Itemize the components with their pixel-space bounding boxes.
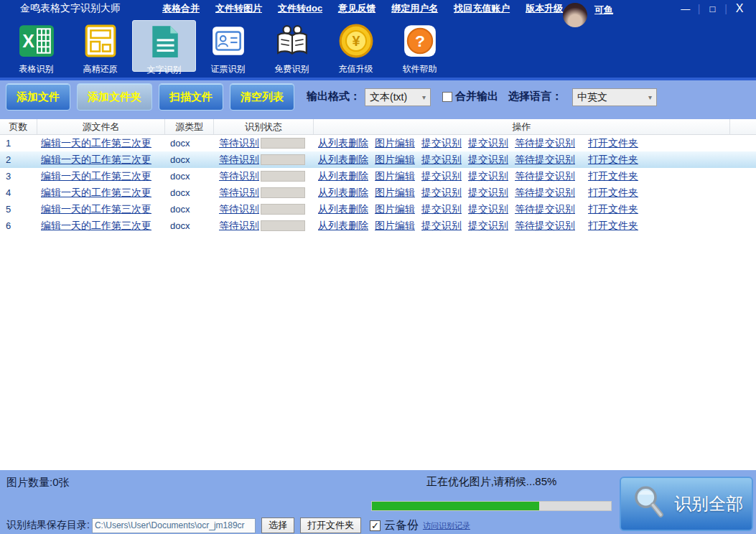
tab-free-recognition[interactable]: 免费识别 <box>260 20 324 72</box>
menu-file-to-image[interactable]: 文件转图片 <box>215 2 262 15</box>
row-file-type: docx <box>165 171 214 182</box>
op-edit-image-link[interactable]: 图片编辑 <box>375 203 415 216</box>
minimize-button[interactable]: — <box>673 4 698 14</box>
op-open-folder-link[interactable]: 打开文件夹 <box>588 154 638 167</box>
tab-software-help[interactable]: ? 软件帮助 <box>388 20 452 72</box>
op-remove-from-list-link[interactable]: 从列表删除 <box>318 154 368 167</box>
header-file-type: 源类型 <box>165 119 214 134</box>
cloud-backup-checkbox[interactable] <box>370 520 381 531</box>
op-remove-from-list-link[interactable]: 从列表删除 <box>318 187 368 200</box>
op-edit-image-link[interactable]: 图片编辑 <box>375 137 415 150</box>
row-status-link[interactable]: 等待识别 <box>219 203 259 216</box>
row-filename-link[interactable]: 编辑一天的工作第三次更 <box>41 203 151 215</box>
op-wait-submit-recognition-link[interactable]: 等待提交识别 <box>515 154 575 167</box>
chevron-down-icon: ▾ <box>643 93 652 101</box>
menu-version-upgrade[interactable]: 版本升级 <box>526 2 563 15</box>
output-format-select[interactable]: 文本(txt) ▾ <box>365 88 431 106</box>
recognize-all-button[interactable]: 识别全部 <box>620 477 753 531</box>
close-button[interactable]: X <box>727 2 752 15</box>
table-row[interactable]: 1 编辑一天的工作第三次更 docx 等待识别 从列表删除 图片编辑 提交识别 … <box>0 135 756 151</box>
op-submit-recognition-link[interactable]: 提交识别 <box>468 137 508 150</box>
op-submit-recognition-link[interactable]: 提交识别 <box>468 170 508 183</box>
merge-output-label: 合并输出 <box>455 90 498 103</box>
progress-bar-fill <box>372 502 539 510</box>
op-submit-recognition-link[interactable]: 提交识别 <box>468 187 508 200</box>
tab-recharge-upgrade[interactable]: ¥ 充值升级 <box>324 20 388 72</box>
op-remove-from-list-link[interactable]: 从列表删除 <box>318 137 368 150</box>
op-submit-recognition-link[interactable]: 提交识别 <box>421 203 462 216</box>
op-wait-submit-recognition-link[interactable]: 等待提交识别 <box>515 220 575 233</box>
row-filename-link[interactable]: 编辑一天的工作第三次更 <box>41 137 151 149</box>
recognition-history-link[interactable]: 访问识别记录 <box>423 520 470 531</box>
clear-list-button[interactable]: 清空列表 <box>230 83 294 111</box>
user-avatar[interactable] <box>563 3 587 27</box>
menu-bind-username[interactable]: 绑定用户名 <box>391 2 438 15</box>
op-open-folder-link[interactable]: 打开文件夹 <box>588 170 638 183</box>
op-submit-recognition-link[interactable]: 提交识别 <box>421 220 462 233</box>
menu-recover-account[interactable]: 找回充值账户 <box>454 2 510 15</box>
save-dir-input[interactable]: C:\Users\User\Documents\ocr_jm189cr <box>92 518 256 533</box>
op-wait-submit-recognition-link[interactable]: 等待提交识别 <box>515 137 575 150</box>
language-value: 中英文 <box>577 91 607 104</box>
add-file-button[interactable]: 添加文件 <box>6 83 70 111</box>
op-submit-recognition-link[interactable]: 提交识别 <box>468 220 508 233</box>
menu-feedback[interactable]: 意见反馈 <box>338 2 375 15</box>
maximize-button[interactable]: □ <box>700 4 724 14</box>
table-row[interactable]: 4 编辑一天的工作第三次更 docx 等待识别 从列表删除 图片编辑 提交识别 … <box>0 184 756 201</box>
row-status-link[interactable]: 等待识别 <box>219 154 259 167</box>
table-row[interactable]: 3 编辑一天的工作第三次更 docx 等待识别 从列表删除 图片编辑 提交识别 … <box>0 168 756 184</box>
tool-label: 证票识别 <box>211 63 246 75</box>
row-page-number: 3 <box>0 171 37 182</box>
row-status-link[interactable]: 等待识别 <box>219 170 259 183</box>
tool-label: 免费识别 <box>275 63 309 75</box>
tool-label: 充值升级 <box>339 63 373 75</box>
op-wait-submit-recognition-link[interactable]: 等待提交识别 <box>515 203 575 216</box>
tab-certificate-recognition[interactable]: 证票识别 <box>196 20 260 72</box>
tab-text-recognition[interactable]: 文字识别 <box>132 20 196 72</box>
row-filename-link[interactable]: 编辑一天的工作第三次更 <box>41 154 151 165</box>
choose-dir-button[interactable]: 选择 <box>261 517 294 533</box>
op-open-folder-link[interactable]: 打开文件夹 <box>588 220 638 233</box>
menu-file-to-doc[interactable]: 文件转doc <box>278 2 322 15</box>
op-open-folder-link[interactable]: 打开文件夹 <box>588 187 638 200</box>
op-edit-image-link[interactable]: 图片编辑 <box>375 220 415 233</box>
op-submit-recognition-link[interactable]: 提交识别 <box>421 170 462 183</box>
username-link[interactable]: 可鱼 <box>594 4 613 17</box>
tab-table-recognition[interactable]: X 表格识别 <box>4 20 68 72</box>
op-edit-image-link[interactable]: 图片编辑 <box>375 154 415 167</box>
op-open-folder-link[interactable]: 打开文件夹 <box>588 203 638 216</box>
row-filename-link[interactable]: 编辑一天的工作第三次更 <box>41 170 151 182</box>
row-filename-link[interactable]: 编辑一天的工作第三次更 <box>41 187 151 198</box>
op-remove-from-list-link[interactable]: 从列表删除 <box>318 170 368 183</box>
svg-text:X: X <box>22 31 34 51</box>
progress-bar <box>371 501 612 511</box>
magnifier-icon <box>630 483 668 525</box>
op-remove-from-list-link[interactable]: 从列表删除 <box>318 203 368 216</box>
tab-high-precision-restore[interactable]: 高精还原 <box>68 20 132 72</box>
op-wait-submit-recognition-link[interactable]: 等待提交识别 <box>515 187 575 200</box>
op-edit-image-link[interactable]: 图片编辑 <box>375 170 415 183</box>
add-folder-button[interactable]: 添加文件夹 <box>77 83 152 111</box>
menu-merge-tables[interactable]: 表格合并 <box>162 2 200 15</box>
open-folder-button[interactable]: 打开文件夹 <box>300 517 361 533</box>
op-open-folder-link[interactable]: 打开文件夹 <box>588 137 638 150</box>
op-submit-recognition-link[interactable]: 提交识别 <box>421 187 462 200</box>
op-submit-recognition-link[interactable]: 提交识别 <box>421 137 462 150</box>
op-wait-submit-recognition-link[interactable]: 等待提交识别 <box>515 170 575 183</box>
table-row[interactable]: 2 编辑一天的工作第三次更 docx 等待识别 从列表删除 图片编辑 提交识别 … <box>0 151 756 168</box>
language-select[interactable]: 中英文 ▾ <box>572 88 657 106</box>
op-submit-recognition-link[interactable]: 提交识别 <box>468 154 508 167</box>
row-status-link[interactable]: 等待识别 <box>219 220 259 233</box>
table-row[interactable]: 6 编辑一天的工作第三次更 docx 等待识别 从列表删除 图片编辑 提交识别 … <box>0 217 756 234</box>
op-remove-from-list-link[interactable]: 从列表删除 <box>318 220 368 233</box>
row-filename-link[interactable]: 编辑一天的工作第三次更 <box>41 220 151 231</box>
row-status-link[interactable]: 等待识别 <box>219 137 259 150</box>
bottom-statusbar: 图片数量:0张 正在优化图片,请稍候...85% 识别结果保存目录: C:\Us… <box>0 470 756 534</box>
op-submit-recognition-link[interactable]: 提交识别 <box>468 203 508 216</box>
op-edit-image-link[interactable]: 图片编辑 <box>375 187 415 200</box>
op-submit-recognition-link[interactable]: 提交识别 <box>421 154 462 167</box>
scan-file-button[interactable]: 扫描文件 <box>159 83 223 111</box>
row-status-link[interactable]: 等待识别 <box>219 187 259 200</box>
merge-output-checkbox[interactable] <box>442 92 452 102</box>
table-row[interactable]: 5 编辑一天的工作第三次更 docx 等待识别 从列表删除 图片编辑 提交识别 … <box>0 201 756 217</box>
